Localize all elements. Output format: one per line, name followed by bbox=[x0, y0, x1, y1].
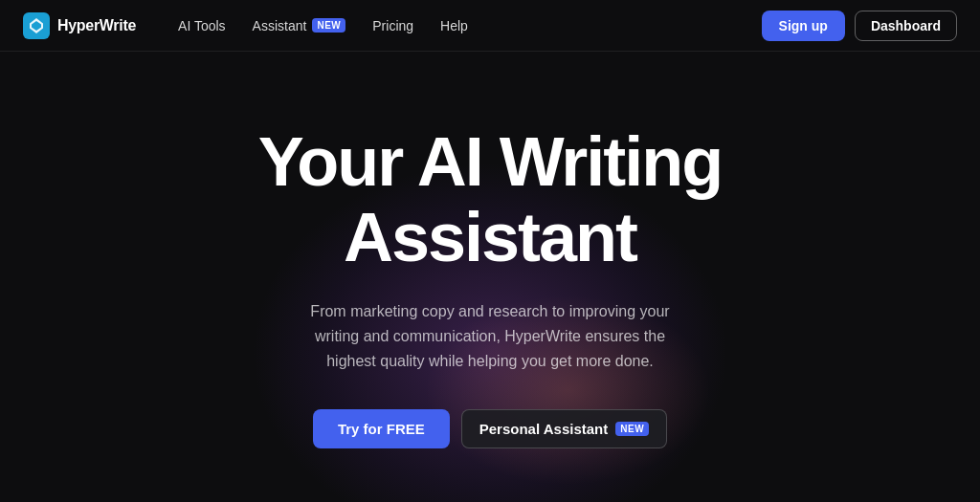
brand-name: HyperWrite bbox=[57, 17, 136, 34]
nav-item-help[interactable]: Help bbox=[429, 12, 479, 39]
logo[interactable]: HyperWrite bbox=[23, 12, 136, 39]
hero-subtitle: From marketing copy and research to impr… bbox=[289, 299, 691, 375]
signup-button[interactable]: Sign up bbox=[762, 11, 845, 41]
hero-section: Your AI Writing Assistant From marketing… bbox=[0, 52, 980, 502]
hero-cta-group: Try for FREE Personal Assistant NEW bbox=[313, 409, 667, 448]
personal-assistant-button[interactable]: Personal Assistant NEW bbox=[461, 409, 667, 448]
nav-links: AI Tools Assistant NEW Pricing Help bbox=[167, 12, 761, 39]
nav-item-ai-tools[interactable]: AI Tools bbox=[167, 12, 237, 39]
assistant-badge: NEW bbox=[312, 18, 345, 33]
nav-item-assistant[interactable]: Assistant NEW bbox=[241, 12, 358, 39]
dashboard-button[interactable]: Dashboard bbox=[855, 11, 957, 41]
try-free-button[interactable]: Try for FREE bbox=[313, 409, 450, 448]
nav-actions: Sign up Dashboard bbox=[762, 11, 957, 41]
navbar: HyperWrite AI Tools Assistant NEW Pricin… bbox=[0, 0, 980, 52]
hero-title: Your AI Writing Assistant bbox=[258, 124, 723, 275]
hyperwrite-logo-icon bbox=[23, 12, 50, 39]
nav-item-pricing[interactable]: Pricing bbox=[361, 12, 425, 39]
personal-assistant-badge: NEW bbox=[615, 422, 649, 436]
